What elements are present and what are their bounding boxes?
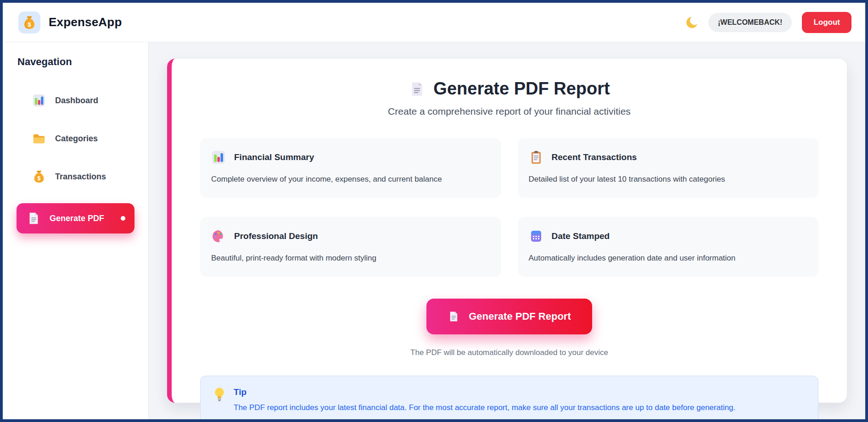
feature-head: Financial Summary xyxy=(211,150,490,165)
sidebar: Navegation Dashboard xyxy=(3,42,149,419)
bar-chart-icon xyxy=(32,94,46,107)
page-title: Generate PDF Report xyxy=(433,79,610,99)
lightbulb-icon xyxy=(213,387,225,412)
moon-icon xyxy=(685,16,698,29)
generate-pdf-button-label: Generate PDF Report xyxy=(469,311,571,322)
feature-grid: Financial Summary Complete overview of y… xyxy=(200,138,818,277)
money-bag-icon: $ xyxy=(32,170,46,183)
header: $ ExpenseApp ¡WELCOMEBACK! Logout xyxy=(3,3,865,42)
sidebar-item-dashboard[interactable]: Dashboard xyxy=(17,89,134,112)
sidebar-item-generate-pdf[interactable]: Generate PDF xyxy=(17,203,134,233)
header-brand: $ ExpenseApp xyxy=(18,11,122,33)
page-subtitle: Create a comprehensive report of your fi… xyxy=(200,106,818,117)
feature-title: Date Stamped xyxy=(552,231,610,241)
sidebar-item-label: Categories xyxy=(55,134,128,144)
sidebar-item-transactions[interactable]: $ Transactions xyxy=(17,165,134,188)
tip-title: Tip xyxy=(234,387,805,397)
download-note: The PDF will be automatically downloaded… xyxy=(200,348,818,357)
feature-title: Recent Transactions xyxy=(552,152,637,162)
feature-description: Automatically includes generation date a… xyxy=(529,254,808,263)
tip-content: Tip The PDF report includes your latest … xyxy=(234,387,805,412)
feature-description: Complete overview of your income, expens… xyxy=(211,175,490,184)
feature-head: Date Stamped xyxy=(529,229,808,244)
document-icon xyxy=(27,211,40,225)
feature-card-date-stamped: Date Stamped Automatically includes gene… xyxy=(518,217,819,277)
theme-toggle-button[interactable] xyxy=(685,16,698,29)
calendar-icon xyxy=(529,229,543,244)
app-logo: $ xyxy=(18,11,40,33)
page-title-row: Generate PDF Report xyxy=(200,79,818,99)
sidebar-nav: Dashboard Categories xyxy=(3,89,148,233)
svg-text:$: $ xyxy=(28,21,31,28)
button-row: Generate PDF Report xyxy=(200,299,818,334)
clipboard-icon xyxy=(529,150,543,165)
sidebar-item-label: Dashboard xyxy=(55,96,128,106)
tip-box: Tip The PDF report includes your latest … xyxy=(200,376,818,419)
document-icon xyxy=(409,81,425,97)
header-actions: ¡WELCOMEBACK! Logout xyxy=(685,12,851,33)
body-row: Navegation Dashboard xyxy=(3,42,865,419)
feature-card-financial-summary: Financial Summary Complete overview of y… xyxy=(200,138,501,198)
generate-report-card: Generate PDF Report Create a comprehensi… xyxy=(167,59,847,403)
folder-icon xyxy=(32,132,46,145)
feature-card-professional-design: Professional Design Beautiful, print-rea… xyxy=(200,217,501,277)
app-title: ExpenseApp xyxy=(49,15,122,29)
tip-text: The PDF report includes your latest fina… xyxy=(234,403,805,412)
welcome-badge: ¡WELCOMEBACK! xyxy=(708,13,792,32)
sidebar-item-label: Transactions xyxy=(55,172,128,182)
sidebar-item-label: Generate PDF xyxy=(50,214,112,223)
feature-head: Recent Transactions xyxy=(529,150,808,165)
svg-text:$: $ xyxy=(38,175,41,182)
bar-chart-icon xyxy=(211,150,226,165)
app-window: $ ExpenseApp ¡WELCOMEBACK! Logout Navega… xyxy=(0,0,868,422)
main-content: Generate PDF Report Create a comprehensi… xyxy=(149,42,865,419)
feature-title: Financial Summary xyxy=(234,152,314,162)
palette-icon xyxy=(211,229,226,244)
logout-button[interactable]: Logout xyxy=(802,12,851,33)
feature-card-recent-transactions: Recent Transactions Detailed list of you… xyxy=(518,138,819,198)
feature-head: Professional Design xyxy=(211,229,490,244)
document-icon xyxy=(448,311,459,322)
feature-description: Detailed list of your latest 10 transact… xyxy=(529,175,808,184)
generate-pdf-button[interactable]: Generate PDF Report xyxy=(426,299,592,334)
active-indicator-dot xyxy=(121,216,125,221)
feature-title: Professional Design xyxy=(234,231,318,241)
sidebar-item-categories[interactable]: Categories xyxy=(17,127,134,150)
money-bag-icon: $ xyxy=(22,15,37,30)
sidebar-heading: Navegation xyxy=(17,56,148,68)
feature-description: Beautiful, print-ready format with moder… xyxy=(211,254,490,263)
